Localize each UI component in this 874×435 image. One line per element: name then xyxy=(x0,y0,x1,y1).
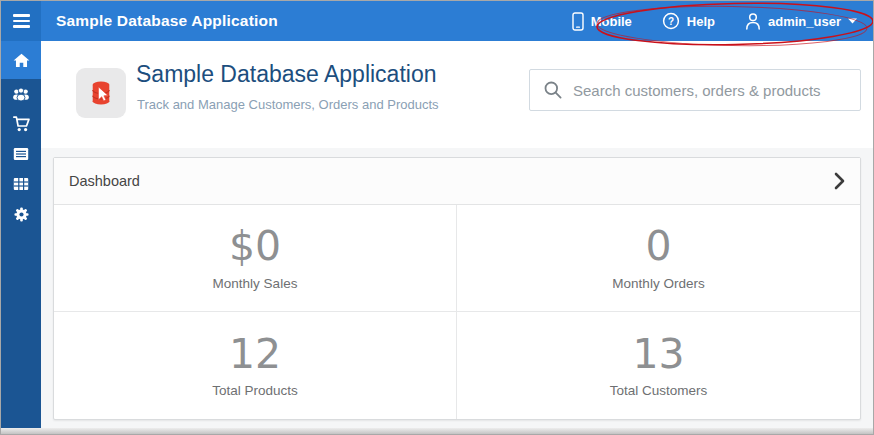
dashboard-title: Dashboard xyxy=(69,173,140,189)
sidebar-nav xyxy=(1,41,41,428)
grid-icon xyxy=(13,177,29,191)
chevron-down-icon xyxy=(848,18,857,24)
stat-label: Monthly Orders xyxy=(612,276,704,291)
cart-icon xyxy=(13,116,30,132)
search-input[interactable] xyxy=(562,70,860,110)
stats-grid: $0 Monthly Sales 0 Monthly Orders 12 Tot… xyxy=(54,205,860,419)
page-title: Sample Database Application xyxy=(136,61,436,88)
database-cursor-icon xyxy=(83,75,119,111)
chevron-right-icon[interactable] xyxy=(834,172,845,190)
gear-icon xyxy=(13,206,30,223)
users-icon xyxy=(12,87,30,102)
top-bar: Sample Database Application Mobile ? Hel… xyxy=(1,1,873,41)
sidebar-item-orders[interactable] xyxy=(1,109,41,139)
sidebar-item-products[interactable] xyxy=(1,139,41,169)
search-box xyxy=(529,69,861,111)
top-nav: Mobile ? Help admin_user xyxy=(572,12,873,31)
stat-total-products[interactable]: 12 Total Products xyxy=(54,312,457,419)
help-link-label: Help xyxy=(687,14,715,29)
dashboard-region: Dashboard $0 Monthly Sales 0 Monthly Ord… xyxy=(53,157,861,420)
stat-label: Total Customers xyxy=(610,383,708,398)
stat-total-customers[interactable]: 13 Total Customers xyxy=(457,312,860,419)
sidebar-item-home[interactable] xyxy=(1,41,41,79)
help-icon: ? xyxy=(662,12,680,30)
home-icon xyxy=(13,53,30,68)
app-header: Sample Database Application Track and Ma… xyxy=(41,41,873,148)
stat-value: $0 xyxy=(229,225,281,268)
app-logo xyxy=(76,68,126,118)
stat-monthly-sales[interactable]: $0 Monthly Sales xyxy=(54,205,457,312)
user-icon xyxy=(745,12,761,30)
page-subtitle: Track and Manage Customers, Orders and P… xyxy=(137,97,439,112)
mobile-phone-icon xyxy=(572,12,584,31)
list-icon xyxy=(13,147,29,161)
mobile-link[interactable]: Mobile xyxy=(572,12,632,31)
stat-monthly-orders[interactable]: 0 Monthly Orders xyxy=(457,205,860,312)
hamburger-menu-button[interactable] xyxy=(1,1,41,41)
sidebar-item-administration[interactable] xyxy=(1,199,41,229)
sidebar-item-reports[interactable] xyxy=(1,169,41,199)
user-menu-label: admin_user xyxy=(768,14,841,29)
svg-text:?: ? xyxy=(668,16,674,27)
window-bottom-edge xyxy=(1,428,873,434)
main-content: Sample Database Application Track and Ma… xyxy=(41,41,873,428)
top-bar-title: Sample Database Application xyxy=(56,12,278,30)
mobile-link-label: Mobile xyxy=(591,14,632,29)
sidebar-item-customers[interactable] xyxy=(1,79,41,109)
help-link[interactable]: ? Help xyxy=(662,12,715,30)
stat-value: 13 xyxy=(632,333,684,376)
search-icon xyxy=(544,81,562,99)
stat-label: Monthly Sales xyxy=(213,276,298,291)
stat-value: 0 xyxy=(645,225,671,268)
stat-value: 12 xyxy=(229,333,281,376)
stat-label: Total Products xyxy=(212,383,298,398)
app-window: Sample Database Application Mobile ? Hel… xyxy=(0,0,874,435)
user-menu[interactable]: admin_user xyxy=(745,12,857,30)
dashboard-header[interactable]: Dashboard xyxy=(54,158,860,205)
